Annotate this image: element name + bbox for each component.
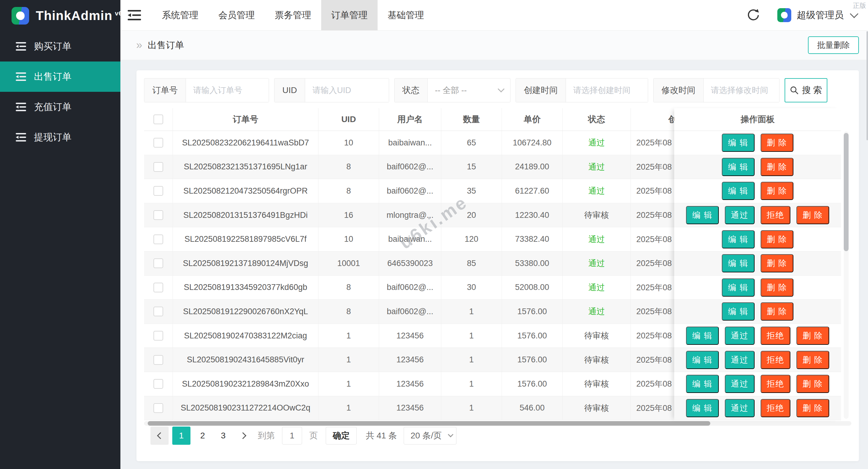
select-all-checkbox[interactable] (153, 114, 163, 124)
reject-button[interactable]: 拒绝 (761, 351, 790, 369)
approve-button[interactable]: 通过 (725, 351, 754, 369)
edit-button[interactable]: 编 辑 (686, 206, 719, 224)
topnav-item-member-management[interactable]: 会员管理 (208, 0, 265, 30)
topnav-item-basic-management[interactable]: 基础管理 (378, 0, 434, 30)
approve-button[interactable]: 通过 (725, 375, 754, 393)
cell-username: 123456 (379, 372, 441, 396)
goto-page-input[interactable] (282, 427, 302, 444)
delete-button[interactable]: 删 除 (761, 134, 794, 152)
page-size-select[interactable]: 20 条/页 (404, 427, 457, 444)
edit-button[interactable]: 编 辑 (686, 327, 719, 345)
cell-username: baif0602@... (379, 155, 441, 179)
delete-button[interactable]: 删 除 (797, 351, 829, 369)
create-time-input[interactable] (566, 78, 648, 102)
topnav-item-order-management[interactable]: 订单管理 (321, 0, 378, 30)
order-no-filter-label: 订单号 (144, 78, 186, 102)
row-checkbox[interactable] (153, 210, 163, 220)
reject-button[interactable]: 拒绝 (761, 327, 790, 345)
list-icon (16, 103, 26, 111)
page-button-2[interactable]: 2 (194, 427, 211, 445)
action-panel-column: 操作面板 编 辑删 除编 辑删 除编 辑删 除编 辑通过拒绝删 除编 辑删 除编… (674, 108, 841, 421)
sidebar: ThinkAdminv6 购买订单出售订单充值订单提现订单 (0, 0, 120, 469)
row-checkbox[interactable] (153, 186, 163, 196)
row-checkbox[interactable] (153, 307, 163, 316)
prev-page-button[interactable] (150, 427, 168, 445)
table-header-row: 订单号UID用户名数量单价状态创建时间 (144, 108, 674, 131)
delete-button[interactable]: 删 除 (761, 182, 794, 200)
topnav-item-ticket-management[interactable]: 票务管理 (265, 0, 321, 30)
search-button[interactable]: 搜 索 (784, 78, 827, 102)
cell-unit-price: 1576.00 (502, 348, 563, 372)
delete-button[interactable]: 删 除 (761, 302, 794, 321)
sidebar-item-sell-orders[interactable]: 出售订单 (0, 62, 120, 92)
reject-button[interactable]: 拒绝 (761, 399, 790, 417)
delete-button[interactable]: 删 除 (797, 206, 829, 224)
row-checkbox[interactable] (153, 331, 163, 340)
edit-button[interactable]: 编 辑 (722, 254, 754, 272)
table-row: SL2025081912290026760nX2YqL8baif0602@...… (144, 300, 674, 324)
row-checkbox[interactable] (153, 283, 163, 292)
edit-button[interactable]: 编 辑 (722, 302, 754, 321)
sidebar-item-recharge-orders[interactable]: 充值订单 (0, 92, 120, 122)
reject-button[interactable]: 拒绝 (761, 206, 790, 224)
delete-button[interactable]: 删 除 (797, 399, 829, 417)
row-checkbox[interactable] (153, 234, 163, 244)
reject-button[interactable]: 拒绝 (761, 375, 790, 393)
uid-input[interactable] (305, 78, 389, 102)
header-cell-order-no: 订单号 (173, 108, 318, 131)
page-button-3[interactable]: 3 (215, 427, 232, 445)
row-checkbox[interactable] (153, 162, 163, 172)
edit-button[interactable]: 编 辑 (686, 351, 719, 369)
delete-button[interactable]: 删 除 (797, 375, 829, 393)
row-checkbox[interactable] (153, 403, 163, 413)
edit-button[interactable]: 编 辑 (686, 375, 719, 393)
horizontal-scrollbar-thumb[interactable] (148, 421, 710, 426)
total-count-label: 共 41 条 (366, 430, 397, 441)
cell-order-no: SL2025081912290026760nX2YqL (173, 300, 318, 324)
topnav-item-system-management[interactable]: 系统管理 (152, 0, 208, 30)
sidebar-item-withdraw-orders[interactable]: 提现订单 (0, 122, 120, 153)
delete-button[interactable]: 删 除 (761, 254, 794, 272)
cell-order-no: SL2025081913345920377kd60gb (173, 276, 318, 300)
delete-button[interactable]: 删 除 (761, 278, 794, 297)
table-row: SL2025081902470383122M2ciag112345611576.… (144, 324, 674, 348)
delete-button[interactable]: 删 除 (797, 327, 829, 345)
cell-created: 2025年08 (631, 276, 674, 300)
approve-button[interactable]: 通过 (725, 206, 754, 224)
edit-button[interactable]: 编 辑 (686, 399, 719, 417)
goto-confirm-button[interactable]: 确定 (326, 427, 356, 444)
order-no-input[interactable] (186, 78, 269, 102)
edit-button[interactable]: 编 辑 (722, 230, 754, 248)
vertical-scrollbar-thumb[interactable] (844, 133, 848, 251)
cell-status: 待审核 (563, 324, 631, 348)
cell-created: 2025年08 (631, 203, 674, 227)
status-select[interactable]: -- 全部 -- (428, 78, 510, 102)
approve-button[interactable]: 通过 (725, 399, 754, 417)
header-cell-status: 状态 (563, 108, 631, 131)
list-icon (16, 133, 26, 141)
collapse-menu-icon[interactable] (128, 10, 141, 20)
table-row: SL2025081902321289843mZ0Xxo112345611576.… (144, 372, 674, 396)
batch-delete-button[interactable]: 批量删除 (808, 36, 859, 54)
edit-button[interactable]: 编 辑 (722, 182, 754, 200)
next-page-button[interactable] (235, 427, 252, 445)
sidebar-item-label: 提现订单 (34, 131, 71, 144)
edit-button[interactable]: 编 辑 (722, 158, 754, 176)
row-checkbox[interactable] (153, 379, 163, 389)
cell-quantity: 1 (441, 324, 502, 348)
page-scrollbar-thumb[interactable] (866, 31, 868, 140)
delete-button[interactable]: 删 除 (761, 158, 794, 176)
modify-time-input[interactable] (704, 78, 779, 102)
sidebar-item-buy-orders[interactable]: 购买订单 (0, 31, 120, 62)
refresh-icon[interactable] (747, 9, 760, 22)
row-checkbox[interactable] (153, 355, 163, 365)
approve-button[interactable]: 通过 (725, 327, 754, 345)
edit-button[interactable]: 编 辑 (722, 278, 754, 297)
edit-button[interactable]: 编 辑 (722, 134, 754, 152)
delete-button[interactable]: 删 除 (761, 230, 794, 248)
page-button-1[interactable]: 1 (172, 427, 190, 445)
row-checkbox[interactable] (153, 259, 163, 268)
cell-username: baif0602@... (379, 276, 441, 300)
user-menu[interactable]: 超级管理员 (777, 8, 856, 22)
row-checkbox[interactable] (153, 138, 163, 147)
